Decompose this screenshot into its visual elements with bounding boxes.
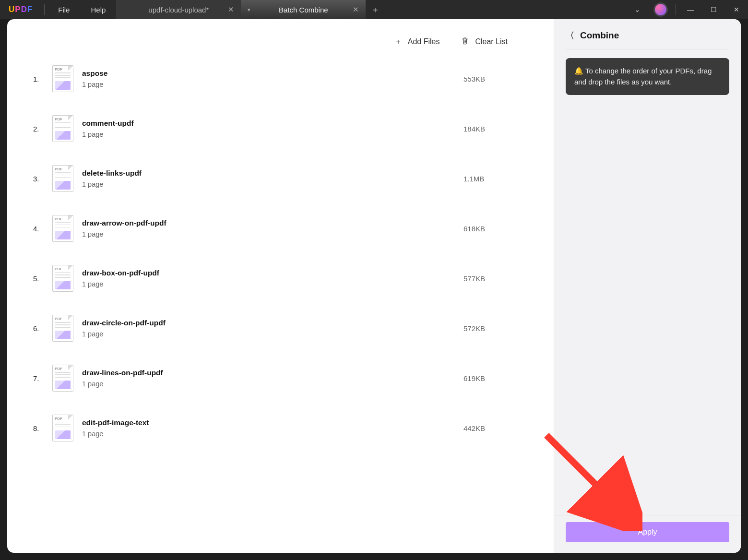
- pdf-thumbnail-icon: [52, 315, 73, 342]
- chevron-down-icon[interactable]: ⌄: [626, 5, 649, 14]
- file-pages: 1 page: [82, 330, 463, 338]
- file-size: 1.1MB: [463, 175, 531, 183]
- file-size: 577KB: [463, 274, 531, 283]
- file-size: 553KB: [463, 75, 531, 83]
- pdf-thumbnail-icon: [52, 65, 73, 92]
- main-panel: ＋ Add Files Clear List 1.aspose1 page553…: [7, 19, 554, 553]
- bell-icon: 🔔: [574, 67, 583, 75]
- pdf-thumbnail-icon: [52, 165, 73, 192]
- trash-icon: [461, 36, 469, 47]
- workspace: ＋ Add Files Clear List 1.aspose1 page553…: [7, 19, 741, 553]
- row-number: 8.: [33, 424, 49, 432]
- new-tab-button[interactable]: ＋: [366, 4, 385, 15]
- plus-icon: ＋: [394, 37, 402, 47]
- file-size: 442KB: [463, 424, 531, 432]
- window-controls: — ☐ ✕: [679, 0, 748, 19]
- pdf-thumbnail-icon: [52, 265, 73, 292]
- file-list: 1.aspose1 page553KB2.comment-updf1 page1…: [30, 54, 531, 453]
- side-header: 〈 Combine: [566, 30, 729, 49]
- pdf-thumbnail-icon: [52, 415, 73, 441]
- file-name: draw-box-on-pdf-updf: [82, 269, 463, 277]
- file-size: 184KB: [463, 125, 531, 133]
- file-meta: draw-circle-on-pdf-updf1 page: [82, 319, 463, 338]
- pdf-thumbnail-icon: [52, 365, 73, 392]
- side-panel: 〈 Combine 🔔 To change the order of your …: [554, 19, 741, 553]
- row-number: 3.: [33, 175, 49, 183]
- side-title: Combine: [580, 30, 619, 41]
- pdf-thumbnail-icon: [52, 115, 73, 142]
- row-number: 7.: [33, 374, 49, 382]
- close-button[interactable]: ✕: [725, 0, 748, 19]
- separator: [44, 4, 45, 15]
- row-number: 1.: [33, 75, 49, 83]
- file-pages: 1 page: [82, 131, 463, 138]
- tip-text: To change the order of your PDFs, drag a…: [574, 67, 712, 86]
- tab-cloud-upload[interactable]: updf-cloud-upload* ✕: [116, 0, 241, 19]
- file-toolbar: ＋ Add Files Clear List: [30, 33, 531, 54]
- tab-title: Batch Combine: [279, 6, 328, 14]
- file-pages: 1 page: [82, 380, 463, 388]
- file-row[interactable]: 4.draw-arrow-on-pdf-updf1 page618KB: [30, 203, 531, 253]
- close-icon[interactable]: ✕: [353, 5, 359, 14]
- separator: [676, 4, 676, 15]
- file-meta: comment-updf1 page: [82, 119, 463, 138]
- file-pages: 1 page: [82, 430, 463, 438]
- file-name: edit-pdf-image-text: [82, 418, 463, 427]
- file-size: 618KB: [463, 225, 531, 233]
- file-meta: draw-lines-on-pdf-updf1 page: [82, 369, 463, 388]
- tab-title: updf-cloud-upload*: [148, 6, 209, 14]
- file-name: comment-updf: [82, 119, 463, 128]
- row-number: 6.: [33, 324, 49, 333]
- file-name: draw-lines-on-pdf-updf: [82, 369, 463, 377]
- clear-list-button[interactable]: Clear List: [461, 36, 508, 47]
- file-row[interactable]: 8.edit-pdf-image-text1 page442KB: [30, 403, 531, 453]
- file-pages: 1 page: [82, 230, 463, 238]
- menu-help[interactable]: Help: [80, 6, 116, 14]
- clear-list-label: Clear List: [475, 37, 508, 46]
- file-size: 572KB: [463, 324, 531, 333]
- app-logo: UPDF: [0, 5, 41, 14]
- file-meta: edit-pdf-image-text1 page: [82, 418, 463, 438]
- file-meta: delete-links-updf1 page: [82, 169, 463, 188]
- avatar[interactable]: [653, 2, 668, 17]
- apply-button[interactable]: Apply: [566, 522, 729, 542]
- back-icon[interactable]: 〈: [566, 30, 574, 41]
- file-pages: 1 page: [82, 81, 463, 88]
- file-meta: aspose1 page: [82, 69, 463, 88]
- minimize-button[interactable]: —: [679, 0, 702, 19]
- file-name: draw-arrow-on-pdf-updf: [82, 219, 463, 227]
- file-row[interactable]: 1.aspose1 page553KB: [30, 54, 531, 104]
- divider: [566, 49, 729, 49]
- file-row[interactable]: 3.delete-links-updf1 page1.1MB: [30, 154, 531, 203]
- file-pages: 1 page: [82, 280, 463, 288]
- row-number: 4.: [33, 225, 49, 233]
- file-size: 619KB: [463, 374, 531, 382]
- file-pages: 1 page: [82, 180, 463, 188]
- close-icon[interactable]: ✕: [228, 5, 234, 14]
- row-number: 5.: [33, 274, 49, 283]
- file-name: aspose: [82, 69, 463, 78]
- file-row[interactable]: 6.draw-circle-on-pdf-updf1 page572KB: [30, 303, 531, 353]
- file-row[interactable]: 5.draw-box-on-pdf-updf1 page577KB: [30, 253, 531, 303]
- maximize-button[interactable]: ☐: [702, 0, 725, 19]
- file-meta: draw-box-on-pdf-updf1 page: [82, 269, 463, 288]
- add-files-button[interactable]: ＋ Add Files: [394, 36, 440, 47]
- pdf-thumbnail-icon: [52, 215, 73, 242]
- tab-dropdown-icon[interactable]: ▾: [248, 7, 250, 13]
- file-meta: draw-arrow-on-pdf-updf1 page: [82, 219, 463, 238]
- menu-file[interactable]: File: [47, 6, 80, 14]
- tip-box: 🔔 To change the order of your PDFs, drag…: [566, 58, 729, 95]
- file-row[interactable]: 2.comment-updf1 page184KB: [30, 104, 531, 154]
- file-row[interactable]: 7.draw-lines-on-pdf-updf1 page619KB: [30, 353, 531, 403]
- file-name: delete-links-updf: [82, 169, 463, 178]
- row-number: 2.: [33, 125, 49, 133]
- tab-batch-combine[interactable]: ▾ Batch Combine ✕: [241, 0, 366, 19]
- add-files-label: Add Files: [408, 37, 440, 46]
- titlebar: UPDF File Help updf-cloud-upload* ✕ ▾ Ba…: [0, 0, 748, 19]
- file-name: draw-circle-on-pdf-updf: [82, 319, 463, 327]
